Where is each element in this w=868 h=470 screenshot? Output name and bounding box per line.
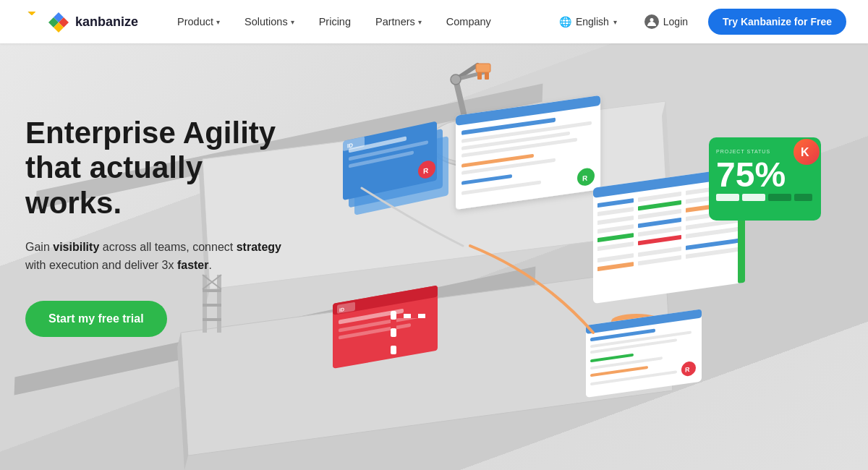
logo-diamond [48,11,69,33]
nav-item-product[interactable]: Product ▾ [167,10,230,33]
hero-content: Enterprise Agility that actually works. … [25,116,300,337]
logo[interactable]: kanbanize [22,11,138,33]
navbar: kanbanize Product ▾ Solutions ▾ Pricing … [0,0,868,43]
login-button[interactable]: Login [636,10,697,33]
svg-text:R: R [582,174,588,182]
svg-text:R: R [423,166,429,176]
svg-rect-19 [476,64,490,72]
svg-rect-93 [768,194,791,201]
svg-rect-111 [391,346,396,354]
nav-right: 🌐 English ▾ Login Try Kanbanize for Free [552,9,846,35]
user-icon [644,14,659,29]
svg-rect-20 [477,72,482,80]
hero-section: ID R R [0,43,868,470]
svg-rect-92 [742,194,765,201]
svg-rect-91 [716,194,739,201]
svg-rect-113 [404,314,411,318]
chevron-down-icon: ▾ [418,18,422,26]
logo-icon [22,12,42,32]
svg-text:PROJECT STATUS: PROJECT STATUS [716,149,770,154]
chevron-down-icon: ▾ [291,18,294,26]
svg-text:ID: ID [339,307,344,312]
svg-text:ID: ID [347,142,353,150]
svg-rect-21 [485,72,489,80]
hero-subtitle: Gain visibility across all teams, connec… [25,238,300,275]
logo-text: kanbanize [75,14,138,30]
svg-text:K: K [801,146,809,158]
svg-rect-112 [396,314,433,318]
nav-item-company[interactable]: Company [436,10,501,33]
svg-rect-114 [418,314,425,318]
chevron-down-icon: ▾ [216,18,220,26]
svg-text:R: R [685,366,690,374]
chevron-down-icon: ▾ [613,18,617,26]
language-selector[interactable]: 🌐 English ▾ [552,12,624,32]
svg-point-22 [451,74,461,85]
nav-links: Product ▾ Solutions ▾ Pricing Partners ▾… [167,10,552,33]
nav-item-partners[interactable]: Partners ▾ [365,10,432,33]
svg-rect-2 [27,12,35,16]
svg-rect-94 [794,194,812,201]
svg-rect-110 [391,328,396,337]
try-free-button[interactable]: Try Kanbanize for Free [708,9,846,35]
nav-item-pricing[interactable]: Pricing [309,10,361,33]
nav-item-solutions[interactable]: Solutions ▾ [234,10,305,33]
svg-text:75%: 75% [716,155,786,194]
globe-icon: 🌐 [559,16,571,27]
svg-rect-109 [391,311,396,320]
hero-title: Enterprise Agility that actually works. [25,116,300,221]
start-trial-button[interactable]: Start my free trial [25,301,167,337]
svg-point-8 [650,18,653,22]
